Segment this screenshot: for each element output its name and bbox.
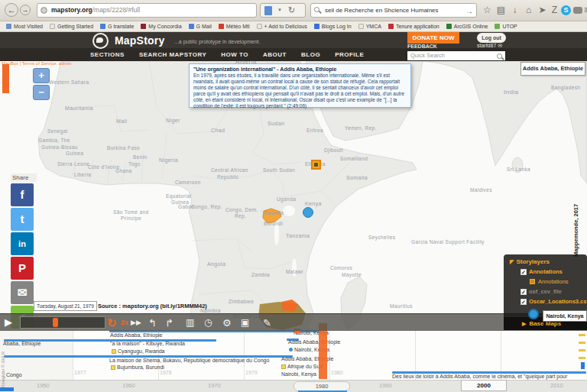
feedback-link[interactable]: FEEDBACK — [407, 44, 437, 49]
bookmark-item[interactable]: Most Visited — [6, 24, 43, 29]
timeline-event[interactable]: Afrique du Sud — [281, 364, 323, 369]
layer-checkbox[interactable]: ✓ — [521, 299, 527, 305]
bookmark-item[interactable]: Tenure application — [388, 24, 439, 29]
settings-icon[interactable]: ⚙ — [222, 314, 232, 332]
bookmark-item[interactable]: Blogs Log In — [314, 24, 352, 29]
timeline-decade-label: 2010 — [550, 382, 563, 389]
mapstory-logo-icon[interactable] — [92, 33, 109, 49]
forward-button[interactable]: → — [20, 5, 31, 15]
menu-icon[interactable]: ≡ — [581, 2, 587, 18]
timeline-event[interactable]: Addis Ababa, Ethiopie — [110, 332, 163, 338]
bookmark-item[interactable]: Getting Started — [50, 24, 93, 29]
progress-marker[interactable] — [53, 318, 58, 327]
layer-checkbox[interactable]: ✓ — [521, 289, 527, 295]
bookmark-item[interactable]: + Add to Delicious — [257, 24, 307, 29]
mapstory-tagline: ...a public prototype in development. — [174, 39, 260, 44]
repeat-icon[interactable]: ↻ — [107, 314, 117, 332]
book-icon[interactable]: ▥ — [186, 314, 194, 332]
mapstory-wordmark[interactable]: MapStory — [115, 34, 164, 47]
map-country-label: Western Sahara — [49, 79, 89, 85]
layer-row[interactable]: ✓Oscar_Locations3.csv — [504, 298, 587, 305]
speed-label[interactable]: 2x — [121, 314, 128, 332]
fast-forward-icon[interactable]: ▶▶ — [131, 314, 141, 332]
nav-item-search-mapstory[interactable]: SEARCH MAPSTORY — [139, 51, 206, 58]
bookmark-item[interactable]: G translate — [100, 24, 134, 29]
annotation-marker[interactable] — [311, 160, 321, 170]
timeline-event[interactable]: Des lieux de loisir à Addis Ababa, comme… — [392, 374, 567, 379]
send-icon[interactable]: ➤ — [537, 2, 548, 18]
edit-icon[interactable]: ✎ — [263, 314, 271, 332]
play-button[interactable]: ▶ — [5, 316, 12, 328]
timeline-event[interactable]: La maison de Shema, Bukavu, Republique d… — [109, 358, 269, 363]
chevron-down-icon[interactable]: ▼ — [277, 8, 282, 12]
step-back-icon[interactable]: ↰ — [148, 314, 157, 332]
timeline-event[interactable]: Congo — [6, 372, 22, 377]
map-attribution[interactable]: MapBox | Terms of Service, admin — [2, 61, 71, 66]
step-forward-icon[interactable]: ↱ — [165, 314, 174, 332]
current-time-bar[interactable] — [319, 323, 327, 379]
bookmark-item[interactable]: UTOP — [495, 24, 517, 29]
star-icon[interactable]: ☆ — [482, 2, 493, 18]
logout-button[interactable]: Log out — [477, 33, 506, 43]
back-button[interactable]: ← — [5, 3, 18, 17]
timeline-widget[interactable]: 197719781979198019501960197019902010 Add… — [0, 330, 587, 392]
zotero-icon[interactable]: Z — [549, 2, 560, 18]
layer-row[interactable]: ✓osf_csv_file — [504, 288, 587, 295]
annotation-event-icon — [281, 364, 286, 369]
pinterest-icon[interactable]: P — [11, 257, 34, 280]
nav-item-blog[interactable]: BLOG — [301, 51, 320, 58]
timeline-year-label: 1977 — [74, 370, 86, 375]
nav-item-profile[interactable]: PROFILE — [335, 51, 364, 58]
home-icon[interactable]: ⌂ — [523, 2, 534, 18]
bookmark-item[interactable]: YMCA — [358, 24, 381, 29]
zoom-out-button[interactable]: − — [33, 85, 50, 100]
timeline-event[interactable]: Bujumbura, Burundi — [111, 364, 164, 370]
zoom-in-button[interactable]: + — [33, 68, 50, 83]
search-go-icon[interactable]: → — [465, 5, 473, 18]
search-icon[interactable] — [497, 53, 502, 59]
nav-item-about[interactable]: ABOUT — [263, 51, 287, 58]
timeline-event[interactable]: Ababa, Ethiopie — [3, 341, 41, 346]
location-badge[interactable]: Addis Ababa, Ethiopie — [521, 62, 585, 76]
bookmark-item[interactable]: My Concordia — [141, 24, 181, 29]
timeline-event[interactable]: Cyangugu, Rwanda — [112, 348, 165, 354]
twitter-icon[interactable]: t — [11, 208, 34, 231]
clock-icon[interactable]: ◷ — [204, 314, 212, 332]
url-bar[interactable]: mapstory.org/maps/2228/#full — [37, 3, 257, 18]
timeline-event[interactable]: Addis Ababa, Ethiopie — [288, 339, 341, 345]
nav-item-how-to[interactable]: HOW TO — [221, 51, 248, 58]
nav-item-sections[interactable]: SECTIONS — [90, 51, 125, 58]
bookmark-item[interactable]: Météo Mtl — [219, 24, 250, 29]
clipboard-icon[interactable]: ▤ — [495, 2, 507, 18]
reload-icon[interactable]: ↻ — [288, 5, 295, 15]
timeline-event[interactable]: "a la maison" - Kibuye, Rwanda — [110, 341, 185, 346]
skype-icon[interactable]: S — [561, 5, 571, 15]
side-panel-tab[interactable] — [2, 64, 9, 93]
facebook-icon[interactable]: f — [11, 183, 34, 206]
location-marker[interactable] — [303, 207, 313, 218]
map-country-label: Somaliland — [340, 156, 368, 161]
bookmark-item[interactable]: ArcGIS Online — [446, 24, 488, 29]
export-icon[interactable]: ▣ — [241, 314, 249, 332]
map-country-label: Zambia — [251, 272, 270, 277]
page-icon[interactable] — [264, 6, 272, 15]
quick-search-input[interactable]: Quick Search — [407, 50, 506, 61]
timeline-focus-year[interactable]: 2000 — [461, 380, 507, 391]
layer-row[interactable]: ✓Annotations — [504, 268, 587, 275]
linkedin-icon[interactable]: in — [11, 232, 34, 255]
email-icon[interactable]: ✉ — [11, 281, 34, 304]
download-icon[interactable]: ↓ — [509, 2, 521, 18]
timeline-year-label: 1980 — [331, 370, 343, 375]
map-country-label: Malawi — [286, 269, 303, 274]
progress-bar[interactable] — [20, 316, 105, 329]
nairobi-marker[interactable] — [528, 309, 539, 319]
donate-button[interactable]: DONATE NOW — [407, 32, 459, 44]
browser-search-input[interactable]: seil de Recherche en Shcience Humaines → — [310, 3, 477, 18]
bookmark-item[interactable]: G Mail — [189, 24, 212, 29]
map-country-label: Rep. — [235, 213, 246, 219]
timeline-range-slider[interactable]: 1980 — [294, 381, 350, 391]
timeline-event[interactable]: Nairobi, Kenya — [281, 371, 316, 377]
layer-row[interactable]: Annotations — [504, 278, 587, 285]
layer-checkbox[interactable]: ✓ — [521, 269, 527, 275]
username-label[interactable]: starfd87 ✉ — [477, 43, 502, 49]
